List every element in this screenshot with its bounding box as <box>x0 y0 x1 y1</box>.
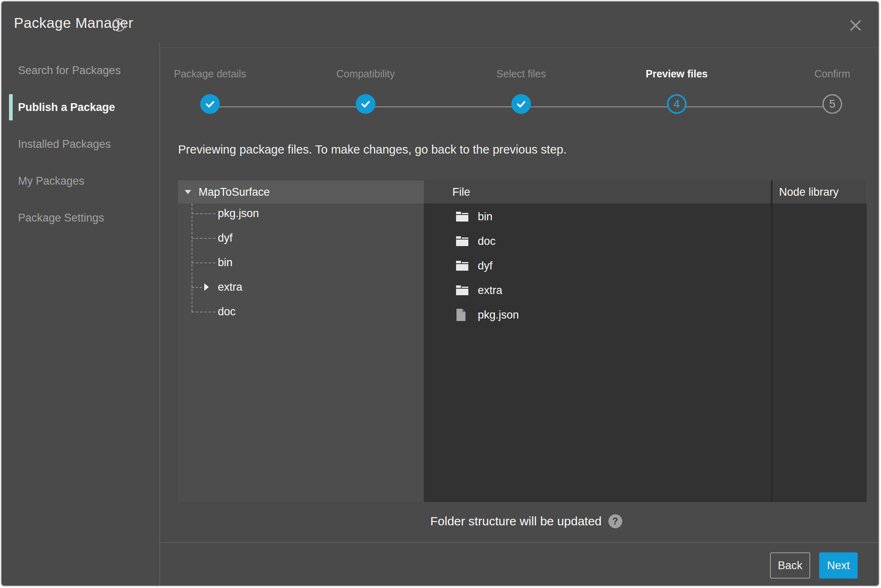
tree-connector-stub <box>192 213 215 214</box>
tree-item-doc[interactable]: doc <box>178 299 424 324</box>
tree-item-dyf[interactable]: dyf <box>178 226 424 250</box>
tree-connector-stub <box>192 287 202 288</box>
file-row-doc[interactable]: doc <box>424 229 771 253</box>
column-header-node-library: Node library <box>779 181 839 204</box>
tree-item-label: doc <box>218 305 236 318</box>
tree-item-label: bin <box>218 256 233 269</box>
step-done-check-icon <box>511 94 531 114</box>
file-table-header: File Node library <box>424 181 867 204</box>
column-divider <box>771 181 773 502</box>
titlebar: Package Manager ? <box>2 2 879 43</box>
file-row-pkg-json[interactable]: pkg.json <box>424 303 771 327</box>
footer-divider <box>160 542 879 543</box>
note-help-icon[interactable]: ? <box>608 514 622 528</box>
file-row-label: bin <box>478 210 492 223</box>
sidebar-item-installed-packages[interactable]: Installed Packages <box>2 126 159 163</box>
tree-item-label: dyf <box>218 232 233 244</box>
folder-icon <box>456 285 469 296</box>
step-label: Compatibility <box>288 68 443 84</box>
file-row-label: doc <box>478 235 496 248</box>
step-select-files[interactable]: Select files <box>443 68 599 114</box>
file-icon <box>456 308 469 321</box>
tree-root-maptosurface[interactable]: MapToSurface <box>178 181 424 204</box>
folder-icon <box>456 235 469 247</box>
step-preview-files[interactable]: Preview files 4 <box>599 68 754 114</box>
sidebar-item-label: My Packages <box>18 175 84 188</box>
package-tree-panel: MapToSurface pkg.json dyf bin extra <box>178 181 424 502</box>
sidebar: Search for Packages Publish a Package In… <box>2 43 160 586</box>
package-manager-window: Package Manager ? Search for Packages Pu… <box>1 1 879 586</box>
file-row-extra[interactable]: extra <box>424 278 771 303</box>
active-item-accent-bar <box>9 94 13 120</box>
wizard-stepper: Package details Compatibility Select fil… <box>160 43 879 137</box>
sidebar-item-label: Installed Packages <box>18 138 111 151</box>
folder-icon <box>456 211 469 222</box>
sidebar-item-label: Search for Packages <box>18 64 121 77</box>
tree-connector-stub <box>192 262 215 263</box>
next-button[interactable]: Next <box>819 552 858 579</box>
close-icon[interactable] <box>847 17 864 34</box>
tree-item-label: extra <box>218 281 242 294</box>
chevron-down-icon[interactable] <box>185 190 191 194</box>
step-label: Preview files <box>599 68 754 84</box>
step-label: Select files <box>443 68 599 84</box>
note-text: Folder structure will be updated <box>430 514 602 528</box>
main-content: Package details Compatibility Select fil… <box>160 43 879 586</box>
step-number-badge: 5 <box>822 94 842 114</box>
preview-info-message: Previewing package files. To make change… <box>178 143 567 156</box>
step-confirm[interactable]: Confirm 5 <box>754 68 879 114</box>
folder-structure-note: Folder structure will be updated ? <box>430 514 622 528</box>
folder-icon <box>456 260 469 271</box>
tree-item-label: pkg.json <box>218 207 259 220</box>
file-row-dyf[interactable]: dyf <box>424 253 771 278</box>
step-done-check-icon <box>200 94 220 114</box>
tree-root-label: MapToSurface <box>199 186 270 199</box>
sidebar-item-label: Publish a Package <box>18 101 115 114</box>
step-package-details[interactable]: Package details <box>132 68 288 114</box>
file-row-label: pkg.json <box>478 309 519 321</box>
help-icon[interactable]: ? <box>112 18 125 32</box>
back-button[interactable]: Back <box>770 552 810 579</box>
step-label: Confirm <box>754 68 879 84</box>
tree-item-extra[interactable]: extra <box>178 275 424 299</box>
tree-connector-stub <box>192 312 215 312</box>
file-row-bin[interactable]: bin <box>424 204 771 229</box>
file-row-label: extra <box>478 284 502 297</box>
step-compatibility[interactable]: Compatibility <box>288 68 443 114</box>
step-number-badge: 4 <box>667 94 687 114</box>
file-table: File Node library bin doc dyf <box>424 181 867 502</box>
step-label: Package details <box>132 68 288 84</box>
sidebar-item-label: Package Settings <box>18 212 104 224</box>
tree-connector-stub <box>192 238 215 239</box>
column-header-file: File <box>452 181 470 204</box>
tree-item-pkg-json[interactable]: pkg.json <box>178 201 424 226</box>
sidebar-item-package-settings[interactable]: Package Settings <box>2 199 159 236</box>
chevron-right-icon[interactable] <box>204 283 209 291</box>
sidebar-item-my-packages[interactable]: My Packages <box>2 163 159 199</box>
file-row-label: dyf <box>478 260 492 272</box>
step-done-check-icon <box>356 94 375 114</box>
tree-item-bin[interactable]: bin <box>178 250 424 275</box>
